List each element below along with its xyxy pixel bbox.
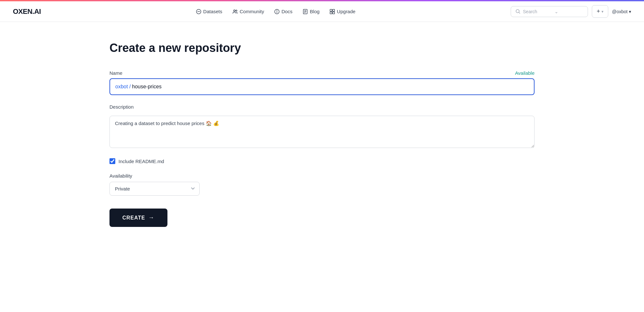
nav-item-datasets[interactable]: Datasets [196, 9, 222, 14]
availability-section: Availability Private Public [109, 173, 535, 196]
name-input-container[interactable]: oxbot / [109, 78, 535, 95]
nav-item-blog[interactable]: Blog [303, 9, 319, 14]
search-icon [516, 9, 520, 14]
page-title: Create a new repository [109, 41, 535, 55]
plus-icon: + [597, 8, 600, 15]
create-repo-form: Name Available oxbot / Description Creat… [109, 70, 535, 227]
repo-name-input[interactable] [132, 84, 529, 90]
svg-rect-13 [330, 12, 332, 14]
nav-item-docs[interactable]: Docs [274, 9, 292, 14]
availability-select[interactable]: Private Public [109, 182, 200, 196]
docs-icon [274, 9, 279, 14]
readme-checkbox-label[interactable]: Include README.md [118, 159, 164, 164]
user-label: @oxbot [612, 9, 628, 14]
search-box[interactable]: Search ⌄ [511, 6, 588, 17]
description-label: Description [109, 104, 134, 110]
navbar: OXEN.AI Datasets Community [0, 1, 644, 22]
navbar-left: OXEN.AI [13, 7, 41, 16]
navbar-center: Datasets Community Docs [196, 9, 355, 14]
create-button-label: CREATE [122, 215, 145, 221]
create-button[interactable]: CREATE → [109, 209, 167, 227]
name-status: Available [515, 70, 535, 76]
svg-point-3 [236, 10, 237, 11]
name-prefix: oxbot / [115, 84, 131, 90]
blog-icon [303, 9, 308, 14]
name-field-header: Name Available [109, 70, 535, 76]
description-input[interactable]: Creating a dataset to predict house pric… [109, 116, 535, 148]
navbar-right: Search ⌄ + ▾ @oxbot ▾ [511, 5, 631, 18]
nav-item-upgrade[interactable]: Upgrade [330, 9, 355, 14]
availability-select-container: Private Public [109, 182, 200, 196]
svg-point-2 [234, 10, 235, 11]
availability-label: Availability [109, 173, 535, 179]
user-chevron-icon: ▾ [629, 9, 631, 14]
svg-rect-11 [330, 9, 332, 11]
name-label: Name [109, 70, 122, 76]
svg-rect-14 [333, 12, 335, 14]
logo[interactable]: OXEN.AI [13, 7, 41, 16]
name-field-group: Name Available oxbot / [109, 70, 535, 95]
search-chevron-icon: ⌄ [554, 9, 583, 14]
plus-chevron-icon: ▾ [601, 9, 603, 14]
readme-checkbox[interactable] [109, 158, 115, 164]
svg-line-16 [519, 13, 520, 14]
community-icon [232, 9, 238, 14]
upgrade-icon [330, 9, 335, 14]
svg-rect-12 [333, 9, 335, 11]
svg-point-15 [516, 10, 519, 13]
main-content: Create a new repository Name Available o… [84, 22, 560, 246]
user-menu[interactable]: @oxbot ▾ [612, 9, 631, 14]
readme-checkbox-row: Include README.md [109, 158, 535, 164]
datasets-icon [196, 9, 201, 14]
description-field-group: Description Creating a dataset to predic… [109, 104, 535, 149]
nav-item-community[interactable]: Community [232, 9, 264, 14]
svg-point-6 [277, 10, 277, 11]
arrow-icon: → [148, 214, 155, 221]
new-button[interactable]: + ▾ [592, 5, 608, 18]
